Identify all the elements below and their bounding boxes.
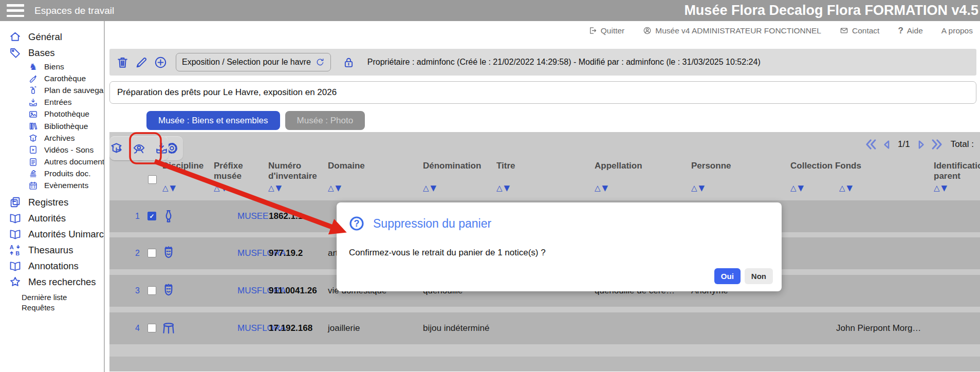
sidebar-item-label: Vidéos - Sons (44, 145, 94, 155)
sidebar-item-general[interactable]: Général (0, 29, 104, 45)
sort-arrows[interactable]: △▼ (268, 183, 282, 193)
row-number-link[interactable]: 3 (135, 286, 140, 295)
export-tools-button[interactable] (109, 136, 169, 160)
sidebar-item-requetes[interactable]: Requêtes (0, 302, 104, 312)
sidebar-item-archives[interactable]: Archives (0, 132, 104, 144)
sort-desc-icon[interactable]: ▼ (221, 183, 228, 193)
row-checkbox[interactable] (147, 286, 156, 295)
basket-description[interactable]: Préparation des prêts pour Le Havre, exp… (109, 81, 976, 104)
sidebar-item-videos-sons[interactable]: Vidéos - Sons (0, 144, 104, 156)
sort-asc-icon[interactable]: △ (934, 183, 940, 193)
sort-asc-icon[interactable]: △ (839, 183, 845, 193)
row-checkbox[interactable] (147, 324, 156, 332)
edit-basket-icon[interactable] (135, 55, 149, 69)
sidebar-item-registres[interactable]: Registres (0, 194, 104, 210)
sort-desc-icon[interactable]: ▼ (431, 183, 437, 193)
column-header: Identification parent (934, 161, 980, 182)
sort-desc-icon[interactable]: ▼ (170, 183, 176, 193)
row-number-link[interactable]: 4 (135, 324, 140, 333)
book-open-icon (9, 228, 22, 240)
sidebar-item-autorites[interactable]: Autorités (0, 210, 104, 226)
sort-asc-icon[interactable]: △ (423, 183, 429, 193)
sidebar-item-thesaurus[interactable]: ABThesaurus (0, 242, 104, 258)
sidebar-item-phototheque[interactable]: Photothèque (0, 108, 104, 120)
dialog-title: Suppression du panier (373, 217, 491, 231)
previous-page-icon[interactable] (880, 138, 893, 151)
sort-asc-icon[interactable]: △ (496, 183, 503, 193)
quit-button[interactable]: Quitter (588, 26, 625, 35)
row-checkbox[interactable] (147, 249, 156, 257)
sidebar-item-evenements[interactable]: Evènements (0, 180, 104, 192)
sort-arrows[interactable]: △▼ (328, 183, 341, 193)
tab-biens-et-ensembles[interactable]: Musée : Biens et ensembles (146, 111, 280, 130)
cell-prefix[interactable]: MUSEE (237, 211, 268, 221)
sort-arrows[interactable]: △▼ (162, 183, 176, 193)
sidebar-item-label: Biens (44, 62, 64, 71)
tab-photo[interactable]: Musée : Photo (285, 111, 365, 130)
sidebar-item-plan-de-sauvegarde[interactable]: Plan de sauvegarde (0, 84, 104, 96)
sort-asc-icon[interactable]: △ (691, 183, 697, 193)
sort-asc-icon[interactable]: △ (328, 183, 334, 193)
hamburger-menu-icon[interactable] (7, 4, 24, 17)
row-number-link[interactable]: 1 (135, 212, 140, 221)
sidebar-item-bibliotheque[interactable]: Bibliothèque (0, 120, 104, 132)
add-basket-icon[interactable] (154, 55, 168, 69)
doc-icon (28, 157, 38, 167)
sort-arrows[interactable]: △▼ (595, 183, 608, 193)
sort-desc-icon[interactable]: ▼ (798, 183, 804, 193)
sidebar-item-autres-documents[interactable]: Autres documents (0, 156, 104, 168)
sort-asc-icon[interactable]: △ (790, 183, 797, 193)
sort-desc-icon[interactable]: ▼ (336, 183, 342, 193)
dialog-buttons: Oui Non (714, 268, 773, 284)
sort-arrows[interactable]: △▼ (214, 183, 227, 193)
help-button[interactable]: ? Aide (898, 26, 922, 36)
sidebar-item-label: Registres (28, 197, 68, 208)
sort-arrows[interactable]: △▼ (691, 183, 705, 193)
total-label: Total : (951, 139, 974, 150)
sort-asc-icon[interactable]: △ (268, 183, 274, 193)
sort-asc-icon[interactable]: △ (162, 183, 169, 193)
sort-desc-icon[interactable]: ▼ (847, 183, 853, 193)
lock-icon[interactable] (342, 55, 355, 70)
sort-arrows[interactable]: △▼ (423, 183, 436, 193)
current-user[interactable]: Musée v4 ADMINISTRATEUR FONCTIONNEL (643, 26, 821, 35)
next-page-icon[interactable] (915, 138, 928, 151)
sort-asc-icon[interactable]: △ (595, 183, 601, 193)
sidebar-item-label: Mes recherches (28, 276, 96, 288)
sort-desc-icon[interactable]: ▼ (276, 183, 282, 193)
yes-button[interactable]: Oui (714, 268, 741, 284)
sort-desc-icon[interactable]: ▼ (941, 183, 948, 193)
sidebar-item-annotations[interactable]: Annotations (0, 258, 104, 274)
sort-arrows[interactable]: △▼ (934, 183, 947, 193)
extinguisher-icon (28, 85, 38, 95)
first-page-icon[interactable] (864, 137, 878, 152)
about-button[interactable]: A propos (941, 26, 973, 35)
sidebar-item-autorites-unimarc[interactable]: Autorités Unimarc (0, 226, 104, 242)
sort-asc-icon[interactable]: △ (214, 183, 220, 193)
sort-desc-icon[interactable]: ▼ (602, 183, 608, 193)
sidebar-item-bases[interactable]: Bases (0, 45, 104, 61)
sidebar-item-produits-doc[interactable]: Produits doc. (0, 168, 104, 180)
sort-desc-icon[interactable]: ▼ (504, 183, 510, 193)
sort-arrows[interactable]: △▼ (496, 183, 510, 193)
basket-selector[interactable]: Exposition / Selection pour le havre (176, 53, 331, 71)
sort-arrows[interactable]: △▼ (790, 183, 804, 193)
sidebar-item-biens[interactable]: ♞Biens (0, 61, 104, 72)
sidebar-item-mes-recherches[interactable]: Mes recherches (0, 274, 104, 290)
sort-arrows[interactable]: △▼ (839, 183, 853, 193)
last-page-icon[interactable] (930, 137, 944, 152)
home-icon (9, 30, 22, 43)
select-all-checkbox[interactable] (148, 175, 157, 184)
row-checkbox[interactable] (147, 212, 156, 220)
no-button[interactable]: Non (745, 268, 773, 284)
sort-desc-icon[interactable]: ▼ (699, 183, 705, 193)
sidebar-item-derniere-liste[interactable]: Dernière liste (0, 292, 104, 302)
mask-icon (161, 245, 176, 262)
sidebar-item-entrees[interactable]: Entrées (0, 97, 104, 108)
sidebar-item-carotheque[interactable]: Carothèque (0, 72, 104, 84)
delete-basket-icon[interactable] (116, 55, 130, 69)
partial-row (109, 357, 980, 371)
contact-button[interactable]: Contact (840, 26, 879, 35)
row-number-link[interactable]: 2 (135, 249, 140, 258)
workspace-label[interactable]: Espaces de travail (34, 5, 114, 16)
